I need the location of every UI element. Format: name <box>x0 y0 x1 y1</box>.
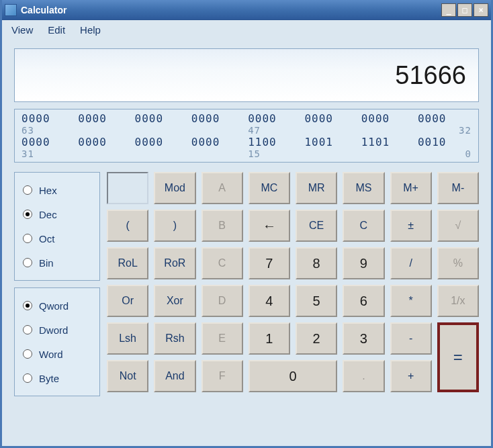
key-7[interactable]: 7 <box>249 247 290 279</box>
bit-index <box>135 148 189 159</box>
bit-index <box>361 148 415 159</box>
key-rol[interactable]: RoL <box>107 247 148 279</box>
radio-dec[interactable]: Dec <box>20 202 94 226</box>
key-mc[interactable]: MC <box>249 172 290 204</box>
radio-icon <box>23 185 32 195</box>
key-subtract[interactable]: - <box>390 322 432 355</box>
key-mr[interactable]: MR <box>296 172 337 204</box>
key-and[interactable]: And <box>154 360 195 392</box>
window-title: Calculator <box>21 5 441 15</box>
menubar: View Edit Help <box>2 20 491 39</box>
bit-index: 32 <box>418 125 472 136</box>
bit-index <box>78 148 132 159</box>
radio-byte[interactable]: Byte <box>20 366 94 390</box>
key-rsh[interactable]: Rsh <box>154 322 195 355</box>
radio-icon <box>23 325 32 334</box>
key-d: D <box>201 285 243 317</box>
key-not[interactable]: Not <box>107 360 148 392</box>
radio-label: Bin <box>39 257 54 269</box>
bit-group: 0000 <box>21 112 75 125</box>
key-a: A <box>201 172 243 204</box>
app-icon <box>5 4 17 16</box>
radio-hex[interactable]: Hex <box>20 178 94 202</box>
key-percent: % <box>437 247 479 279</box>
titlebar: Calculator _ □ × <box>2 0 491 20</box>
bit-group: 0000 <box>191 112 245 125</box>
bit-index: 47 <box>248 125 302 136</box>
radio-label: Dword <box>39 324 68 336</box>
radio-icon <box>23 258 32 267</box>
key-5[interactable]: 5 <box>296 285 337 317</box>
radio-icon <box>23 373 32 383</box>
radio-icon <box>23 349 32 359</box>
key-equals[interactable]: = <box>437 322 479 392</box>
bit-group: 0000 <box>418 112 472 125</box>
key-rparen[interactable]: ) <box>154 210 195 242</box>
radio-qword[interactable]: Qword <box>20 294 94 318</box>
menu-help[interactable]: Help <box>73 21 107 38</box>
keypad: Mod A MC MR MS M+ M- ( ) B ← CE C ± √ Ro… <box>107 172 479 396</box>
key-lparen[interactable]: ( <box>107 210 148 242</box>
calculator-window: Calculator _ □ × View Edit Help 51666 00… <box>0 0 493 448</box>
radio-dword[interactable]: Dword <box>20 318 94 342</box>
radio-icon <box>23 210 32 219</box>
radio-label: Byte <box>39 373 59 384</box>
key-mminus[interactable]: M- <box>437 172 479 204</box>
minimize-button[interactable]: _ <box>441 3 456 17</box>
key-e: E <box>201 322 243 355</box>
key-ms[interactable]: MS <box>343 172 384 204</box>
key-ror[interactable]: RoR <box>154 247 195 279</box>
key-1[interactable]: 1 <box>249 322 290 355</box>
content: 51666 0000 0000 0000 0000 0000 0000 0000… <box>2 39 491 408</box>
key-c[interactable]: C <box>343 210 384 242</box>
radio-label: Word <box>39 349 63 360</box>
key-6[interactable]: 6 <box>343 285 384 317</box>
bit-group: 0010 <box>418 136 472 148</box>
key-backspace[interactable]: ← <box>249 210 290 242</box>
key-mplus[interactable]: M+ <box>390 172 432 204</box>
bit-group: 0000 <box>248 112 302 125</box>
key-ce[interactable]: CE <box>296 210 337 242</box>
key-0[interactable]: 0 <box>249 360 338 392</box>
radio-bin[interactable]: Bin <box>20 251 94 275</box>
bit-group: 0000 <box>135 136 189 148</box>
radio-label: Hex <box>39 185 57 196</box>
key-xor[interactable]: Xor <box>154 285 195 317</box>
key-divide[interactable]: / <box>390 247 432 279</box>
key-multiply[interactable]: * <box>390 285 432 317</box>
key-8[interactable]: 8 <box>296 247 337 279</box>
key-mod[interactable]: Mod <box>154 172 195 204</box>
menu-edit[interactable]: Edit <box>41 21 72 38</box>
radio-word[interactable]: Word <box>20 342 94 366</box>
radio-label: Dec <box>39 209 57 220</box>
bit-group: 0000 <box>304 112 358 125</box>
radio-label: Qword <box>39 300 69 312</box>
key-3[interactable]: 3 <box>343 322 384 355</box>
bit-index: 63 <box>21 125 75 136</box>
bit-index <box>304 148 358 159</box>
bit-index <box>135 125 189 136</box>
key-or[interactable]: Or <box>107 285 148 317</box>
display-value: 51666 <box>395 61 466 90</box>
menu-view[interactable]: View <box>5 21 40 38</box>
key-add[interactable]: + <box>390 360 432 392</box>
bit-index <box>191 148 245 159</box>
radio-icon <box>23 301 32 310</box>
key-lsh[interactable]: Lsh <box>107 322 148 355</box>
close-button[interactable]: × <box>474 3 488 17</box>
word-panel: Qword Dword Word Byte <box>14 287 100 396</box>
key-9[interactable]: 9 <box>343 247 384 279</box>
bit-index <box>78 125 132 136</box>
key-4[interactable]: 4 <box>249 285 290 317</box>
key-decimal: . <box>343 360 384 392</box>
bit-index <box>191 125 245 136</box>
key-2[interactable]: 2 <box>296 322 337 355</box>
maximize-button[interactable]: □ <box>457 3 472 17</box>
radio-icon <box>23 234 32 243</box>
bit-group: 0000 <box>21 136 75 148</box>
bit-group: 1101 <box>361 136 415 148</box>
key-plusminus[interactable]: ± <box>390 210 432 242</box>
bit-group: 0000 <box>361 112 415 125</box>
window-controls: _ □ × <box>441 3 488 17</box>
radio-oct[interactable]: Oct <box>20 226 94 251</box>
